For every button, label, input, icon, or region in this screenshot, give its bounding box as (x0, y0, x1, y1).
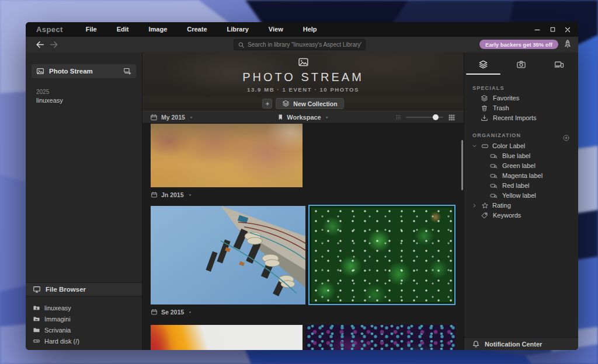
add-collection-icon[interactable] (123, 67, 131, 75)
chevron-down-icon (187, 192, 193, 198)
photo-stream-header: PHOTO STREAM 13.9 MB · 1 EVENT · 10 PHOT… (142, 52, 464, 96)
label-search-icon (490, 152, 498, 160)
date-group-label: My 2015 (161, 114, 185, 121)
tree-item-color-label[interactable]: Color Label (464, 141, 578, 150)
keyword-tag-icon (481, 212, 488, 219)
sidebar-item-favorites[interactable]: Favorites (464, 93, 578, 103)
close-button[interactable] (562, 24, 573, 36)
chevron-right-icon[interactable] (471, 202, 478, 209)
rating-label: Rating (492, 202, 511, 209)
library-stats: 13.9 MB · 1 EVENT · 10 PHOTOS (142, 86, 464, 93)
slider-thumb[interactable] (433, 114, 439, 120)
menu-edit[interactable]: Edit (107, 22, 139, 37)
color-label-text: Color Label (492, 142, 525, 149)
tree-item-red-label[interactable]: Red label (464, 181, 578, 190)
sidebar-item-photo-stream[interactable]: Photo Stream (32, 64, 136, 78)
tree-item-blue-label[interactable]: Blue label (464, 151, 578, 160)
powerline-photo-art (151, 206, 305, 304)
menu-create[interactable]: Create (177, 22, 217, 37)
zoom-cluster (395, 114, 464, 121)
window-controls (531, 24, 578, 36)
tree-item-keywords[interactable]: Keywords (464, 211, 578, 220)
photo-thumbnail-pattern[interactable] (305, 325, 456, 350)
menu-library[interactable]: Library (217, 22, 259, 37)
photo-thumbnail-powerline[interactable] (151, 206, 305, 304)
menu-help[interactable]: Help (293, 22, 327, 37)
thumbnail-size-slider[interactable] (406, 117, 443, 118)
trash-icon (481, 104, 488, 112)
title-bar: Aspect File Edit Image Create Library Vi… (26, 22, 578, 37)
vertical-scrollbar[interactable] (461, 140, 463, 190)
red-label-text: Red label (502, 182, 529, 189)
group-header-jn-2015[interactable]: Jn 2015 (151, 191, 193, 198)
file-item-label: Hard disk (/) (44, 338, 79, 345)
photo-stream-icon (36, 67, 44, 75)
tab-collections[interactable] (464, 52, 502, 76)
file-item-linuxeasy[interactable]: linuxeasy (26, 302, 142, 313)
menu-image[interactable]: Image (138, 22, 177, 37)
search-icon (238, 41, 245, 48)
trash-label: Trash (493, 104, 509, 111)
calendar-icon (151, 309, 158, 316)
app-window: Aspect File Edit Image Create Library Vi… (26, 22, 578, 350)
sidebar-item-trash[interactable]: Trash (464, 103, 578, 113)
desktop: Aspect File Edit Image Create Library Vi… (0, 0, 598, 364)
search-box[interactable] (234, 39, 366, 50)
date-group-dropdown[interactable]: My 2015 (142, 114, 194, 121)
label-search-icon (490, 172, 498, 180)
tree-item-magenta-label[interactable]: Magenta label (464, 171, 578, 180)
menu-file[interactable]: File (76, 22, 107, 37)
bookmark-icon (277, 114, 284, 121)
tree-year-2025[interactable]: 2025 (36, 89, 49, 95)
minimize-button[interactable] (531, 24, 543, 36)
chevron-down-icon (324, 115, 329, 120)
add-button[interactable] (262, 99, 272, 108)
tree-item-green-label[interactable]: Green label (464, 161, 578, 170)
file-item-scrivania[interactable]: Scrivania (26, 324, 142, 335)
rocket-icon[interactable] (562, 39, 573, 50)
file-browser-header[interactable]: File Browser (26, 282, 142, 296)
chevron-down-icon[interactable] (471, 143, 478, 149)
file-item-label: Immagini (44, 316, 71, 323)
green-label-text: Green label (502, 162, 536, 169)
photo-thumbnail-meadow[interactable] (151, 124, 303, 187)
folder-user-icon (33, 304, 40, 312)
new-collection-button[interactable]: New Collection (276, 98, 343, 109)
keywords-label: Keywords (493, 212, 521, 219)
workspace-dropdown[interactable]: Workspace (277, 114, 329, 121)
group-header-se-2015[interactable]: Se 2015 (151, 309, 193, 316)
page-title: PHOTO STREAM (142, 71, 464, 84)
grid-small-icon[interactable] (395, 114, 401, 120)
search-input[interactable] (248, 41, 361, 48)
forward-button[interactable] (49, 40, 59, 50)
collection-stack-icon (282, 100, 290, 107)
label-search-icon (490, 192, 498, 200)
label-search-icon (490, 162, 498, 170)
specials-header: SPECIALS (472, 85, 505, 91)
group-label-text: Jn 2015 (161, 191, 184, 198)
sidebar-item-recent-imports[interactable]: Recent Imports (464, 113, 578, 123)
tree-item-yellow-label[interactable]: Yellow label (464, 191, 578, 200)
calendar-icon (150, 114, 158, 121)
tab-camera[interactable] (502, 52, 540, 76)
promo-badge[interactable]: Early backers get 35% off (479, 40, 558, 49)
photo-thumbnail-abstract[interactable] (151, 325, 303, 350)
grid-large-icon[interactable] (448, 114, 456, 121)
calendar-icon (151, 191, 158, 198)
menu-view[interactable]: View (259, 22, 293, 37)
photo-grid: Jn 2015 (142, 124, 464, 350)
photo-thumbnail-clover-selected[interactable] (308, 205, 456, 305)
tree-item-linuxeasy[interactable]: linuxeasy (36, 97, 63, 104)
notification-center[interactable]: Notification Center (464, 337, 578, 350)
file-item-hard-disk[interactable]: Hard disk (/) (26, 335, 142, 346)
right-sidebar: SPECIALS Favorites Trash Recent Imports … (464, 52, 578, 350)
new-collection-label: New Collection (293, 100, 337, 107)
label-icon (481, 142, 489, 150)
collection-row: New Collection (142, 96, 464, 111)
tab-devices[interactable] (540, 52, 578, 76)
file-item-immagini[interactable]: Immagini (26, 313, 142, 324)
back-button[interactable] (35, 40, 45, 50)
tree-item-rating[interactable]: Rating (464, 201, 578, 210)
label-search-icon (490, 182, 498, 190)
maximize-button[interactable] (547, 24, 558, 36)
